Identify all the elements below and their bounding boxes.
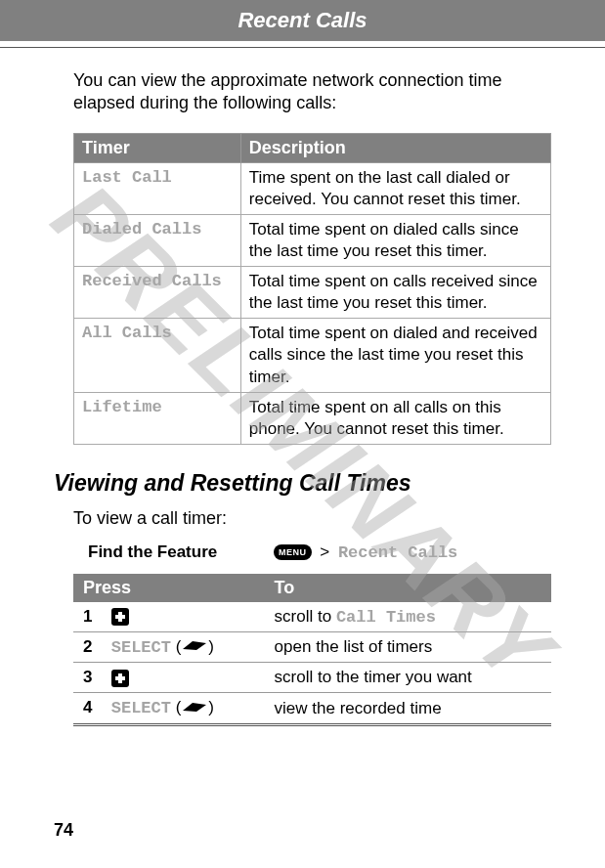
- find-feature-row: Find the Feature MENU > Recent Calls: [73, 542, 551, 562]
- menu-path-item: Recent Calls: [338, 543, 457, 562]
- menu-key-icon: MENU: [274, 544, 312, 560]
- to-cell: view the recorded time: [265, 693, 551, 725]
- dpad-icon: [111, 670, 129, 687]
- timer-desc: Total time spent on calls received since…: [240, 267, 550, 319]
- table-row: Received Calls Total time spent on calls…: [74, 267, 551, 319]
- find-feature-path: MENU > Recent Calls: [274, 542, 457, 562]
- header-divider: [0, 47, 605, 48]
- timer-desc: Time spent on the last call dialed or re…: [240, 162, 550, 214]
- timer-description-table: Timer Description Last Call Time spent o…: [73, 133, 551, 445]
- breadcrumb-separator: >: [320, 542, 329, 561]
- to-cell: scroll to the timer you want: [265, 663, 551, 693]
- dpad-icon: [111, 608, 129, 626]
- table-row: 2 SELECT () open the list of timers: [73, 631, 551, 663]
- step-number: 1: [83, 607, 107, 627]
- key-label: SELECT: [111, 638, 171, 657]
- section-heading: Viewing and Resetting Call Times: [54, 470, 551, 497]
- table-row: Dialed Calls Total time spent on dialed …: [74, 214, 551, 266]
- timer-name: Received Calls: [74, 267, 241, 319]
- to-cell: open the list of timers: [265, 631, 551, 663]
- intro-paragraph: You can view the approximate network con…: [73, 69, 551, 115]
- table-row: 4 SELECT () view the recorded time: [73, 693, 551, 725]
- timer-desc: Total time spent on dialed and received …: [240, 319, 550, 392]
- page-number: 74: [54, 820, 73, 841]
- step-number: 2: [83, 637, 107, 657]
- paren: ): [208, 698, 214, 716]
- step-number: 4: [83, 698, 107, 717]
- softkey-icon: [181, 699, 208, 718]
- table-row: 3 scroll to the timer you want: [73, 663, 551, 693]
- table-header-press: Press: [73, 574, 265, 602]
- softkey-icon: [181, 637, 208, 657]
- timer-desc: Total time spent on dialed calls since t…: [240, 214, 550, 266]
- press-cell: 1: [73, 602, 265, 632]
- header-title: Recent Calls: [238, 8, 367, 32]
- timer-name: Lifetime: [74, 392, 241, 444]
- timer-name: All Calls: [74, 319, 241, 392]
- table-row: Lifetime Total time spent on all calls o…: [74, 392, 551, 444]
- timer-name: Dialed Calls: [74, 214, 241, 266]
- press-cell: 3: [73, 663, 265, 693]
- timer-name: Last Call: [74, 162, 241, 214]
- timer-desc: Total time spent on all calls on this ph…: [240, 392, 550, 444]
- key-label: SELECT: [111, 699, 171, 717]
- section-subtext: To view a call timer:: [73, 508, 551, 529]
- to-text: scroll to: [275, 607, 336, 626]
- table-row: 1 scroll to Call Times: [73, 602, 551, 632]
- to-cell: scroll to Call Times: [265, 602, 551, 632]
- press-cell: 2 SELECT (): [73, 631, 265, 663]
- page-header: Recent Calls: [0, 0, 605, 41]
- paren: ): [208, 637, 214, 656]
- table-header-to: To: [265, 574, 551, 602]
- to-mono: Call Times: [336, 608, 436, 627]
- press-to-table: Press To 1 scroll to Call Times 2 SELECT…: [73, 574, 551, 726]
- table-row: All Calls Total time spent on dialed and…: [74, 319, 551, 392]
- find-feature-label: Find the Feature: [88, 542, 274, 562]
- table-row: Last Call Time spent on the last call di…: [74, 162, 551, 214]
- press-cell: 4 SELECT (): [73, 693, 265, 725]
- table-header-timer: Timer: [74, 133, 241, 162]
- step-number: 3: [83, 668, 107, 687]
- table-header-description: Description: [240, 133, 550, 162]
